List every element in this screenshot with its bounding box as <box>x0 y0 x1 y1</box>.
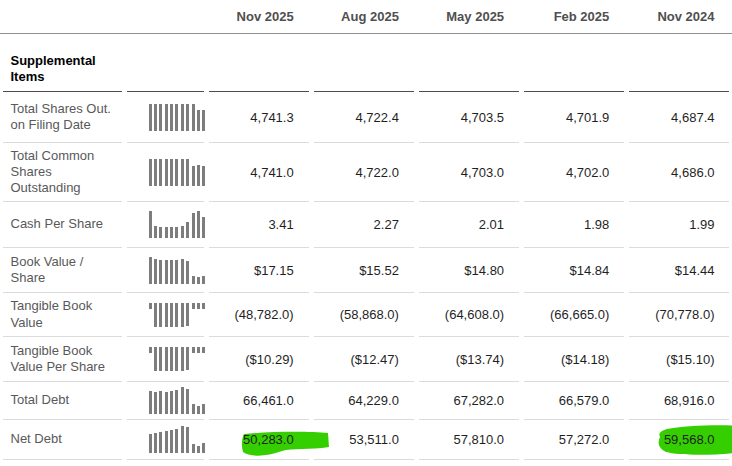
cell-value: ($13.74) <box>456 352 504 367</box>
cell-value: (48,782.0) <box>234 307 293 322</box>
cell-value: 2.01 <box>479 217 504 232</box>
sparkline-bar <box>186 303 189 326</box>
row-label: Book Value / Share <box>3 250 122 291</box>
sparkline-bar <box>181 259 184 284</box>
sparkline-bar <box>197 347 200 353</box>
cell-value: 67,282.0 <box>453 393 504 408</box>
value-cell: $17.15 <box>209 247 309 292</box>
sparkline-bar <box>154 259 157 284</box>
cell-value: (64,608.0) <box>445 307 504 322</box>
column-header: Nov 2024 <box>629 0 729 33</box>
sparkline-bar <box>181 303 184 327</box>
cell-value: ($10.29) <box>245 352 293 367</box>
cell-value: (70,778.0) <box>655 307 714 322</box>
section-title-cell: Supplemental Items <box>3 34 122 92</box>
sparkline-chart <box>149 347 206 371</box>
sparkline-bar <box>186 261 189 284</box>
cell-value: 64,229.0 <box>348 393 399 408</box>
row-label-cell: Tangible Book Value Per Share <box>3 336 122 381</box>
sparkline-bar <box>181 226 184 238</box>
value-cell: 4,687.4 <box>629 92 729 142</box>
sparkline-bar <box>149 257 152 284</box>
sparkline-bar <box>197 446 200 453</box>
row-label-cell: Total Debt <box>3 381 122 419</box>
value-cell: (64,608.0) <box>419 292 519 336</box>
value-cell: 4,741.0 <box>209 142 309 201</box>
sparkline-bar <box>202 404 205 414</box>
sparkline-bar <box>154 392 157 414</box>
cell-value: (66,665.0) <box>550 307 609 322</box>
column-headers: Nov 2025Aug 2025May 2025Feb 2025Nov 2024 <box>0 0 732 33</box>
table-row: Cash Per Share3.412.272.011.981.99 <box>0 201 732 247</box>
cell-value: ($15.10) <box>666 352 714 367</box>
sparkline-bar <box>192 444 195 453</box>
value-cell: 59,568.0 <box>629 419 729 460</box>
value-cell: ($14.18) <box>524 336 624 381</box>
column-header-label: Nov 2025 <box>237 9 294 24</box>
sparkline-cell <box>127 419 204 460</box>
sparkline-chart <box>149 159 206 186</box>
sparkline-bar <box>192 276 195 284</box>
sparkline-chart <box>149 211 206 238</box>
sparkline-bar <box>154 104 157 131</box>
sparkline-bar <box>186 427 189 453</box>
label-column-spacer <box>3 0 122 33</box>
sparkline-bar <box>170 227 173 238</box>
value-cell: $14.80 <box>419 247 519 292</box>
sparkline-bar <box>149 391 152 414</box>
sparkline-bar <box>149 434 152 453</box>
sparkline-bar <box>159 227 162 238</box>
highlighted-value: 50,283.0 <box>243 432 294 447</box>
section-title: Supplemental Items <box>3 53 122 92</box>
row-label: Tangible Book Value <box>3 294 122 335</box>
cell-value: 1.98 <box>584 217 609 232</box>
cell-value: ($12.47) <box>350 352 398 367</box>
sparkline-bar <box>192 104 195 131</box>
value-cell: 67,282.0 <box>419 381 519 419</box>
sparkline-bar <box>175 303 178 327</box>
sparkline-bar <box>170 391 173 414</box>
sparkline-bar <box>165 104 168 131</box>
value-cell: 4,703.5 <box>419 92 519 142</box>
sparkline-bar <box>165 260 168 284</box>
cell-value: $17.15 <box>254 263 294 278</box>
sparkline-bar <box>170 159 173 186</box>
value-cell: $14.84 <box>524 247 624 292</box>
sparkline-bar <box>192 213 195 238</box>
value-cell: (70,778.0) <box>629 292 729 336</box>
sparkline-bar <box>186 159 189 186</box>
cell-value: (58,868.0) <box>340 307 399 322</box>
sparkline-bar <box>181 104 184 131</box>
cell-value: ($14.18) <box>561 352 609 367</box>
sparkline-bar <box>175 104 178 131</box>
sparkline-bar <box>149 347 152 353</box>
value-cell: (58,868.0) <box>314 292 414 336</box>
sparkline-bar <box>181 159 184 186</box>
cell-value: 59,568.0 <box>664 432 715 447</box>
cell-value: 4,741.0 <box>250 165 293 180</box>
spark-column-spacer <box>127 0 204 33</box>
sparkline-bar <box>197 165 200 186</box>
value-cell: 1.99 <box>629 201 729 247</box>
sparkline-cell <box>127 142 204 201</box>
cell-value: $14.44 <box>675 263 715 278</box>
sparkline-bar <box>202 110 205 131</box>
sparkline-bar <box>192 166 195 186</box>
row-label-cell: Tangible Book Value <box>3 292 122 336</box>
sparkline-bar <box>154 226 157 238</box>
row-label: Cash Per Share <box>3 212 114 236</box>
cell-value: $14.80 <box>464 263 504 278</box>
value-cell: $14.44 <box>629 247 729 292</box>
sparkline-bar <box>197 277 200 284</box>
table-row: Net Debt50,283.053,511.057,810.057,272.0… <box>0 419 732 460</box>
table-row: Tangible Book Value(48,782.0)(58,868.0)(… <box>0 292 732 336</box>
value-cell: 4,686.0 <box>629 142 729 201</box>
cell-value: 68,916.0 <box>664 393 715 408</box>
sparkline-bar <box>170 260 173 284</box>
sparkline-bar <box>159 159 162 186</box>
row-label: Total Common Shares Outstanding <box>3 144 122 201</box>
sparkline-bar <box>154 433 157 453</box>
highlighted-value: 59,568.0 <box>664 432 715 447</box>
table-row: Total Common Shares Outstanding4,741.04,… <box>0 142 732 201</box>
sparkline-bar <box>165 303 168 327</box>
